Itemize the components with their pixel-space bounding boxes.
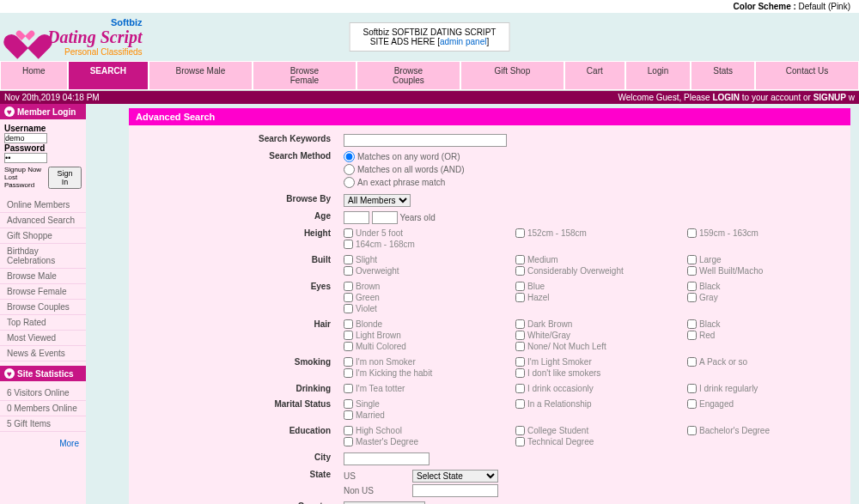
option-checkbox[interactable] <box>687 331 697 340</box>
option-checkbox[interactable] <box>515 399 525 409</box>
option-checkbox[interactable] <box>515 282 525 291</box>
option-checkbox[interactable] <box>515 266 525 276</box>
method-or-radio[interactable] <box>344 151 355 162</box>
sidebar-birthday[interactable]: Birthday Celebrations <box>0 244 86 269</box>
option-checkbox[interactable] <box>344 319 353 329</box>
option-checkbox[interactable] <box>344 266 353 276</box>
option-checkbox[interactable] <box>344 357 353 367</box>
nav-browse-male[interactable]: Browse Male <box>149 61 253 90</box>
password-input[interactable] <box>4 153 47 163</box>
option-checkbox[interactable] <box>515 293 525 302</box>
checkbox-option: Engaged <box>687 399 842 409</box>
option-checkbox[interactable] <box>344 342 353 351</box>
option-checkbox[interactable] <box>687 266 697 276</box>
signup-now-link[interactable]: Signup Now <box>4 166 48 173</box>
logo-sub: Personal Classifieds <box>47 47 143 57</box>
sidebar-browse-couples[interactable]: Browse Couples <box>0 300 86 315</box>
height-label: Height <box>137 228 344 238</box>
main-nav: Home SEARCH Browse Male Browse Female Br… <box>0 61 859 91</box>
sidebar-advanced-search[interactable]: Advanced Search <box>0 213 86 228</box>
checkbox-option: Married <box>344 410 498 420</box>
nav-login[interactable]: Login <box>625 61 691 90</box>
option-checkbox[interactable] <box>687 228 697 238</box>
signup-link[interactable]: SIGNUP <box>813 93 846 102</box>
option-checkbox[interactable] <box>344 282 353 291</box>
browseby-select[interactable]: All Members <box>344 194 411 207</box>
option-checkbox[interactable] <box>344 426 353 435</box>
logo[interactable]: Softbiz Dating Script Personal Classifie… <box>13 17 143 57</box>
status-welcome: Welcome Guest, Please LOGIN to your acco… <box>618 93 856 102</box>
nav-browse-female[interactable]: Browse Female <box>253 61 356 90</box>
nav-gift-shop[interactable]: Gift Shop <box>460 61 564 90</box>
sidebar-online-members[interactable]: Online Members <box>0 197 86 213</box>
nav-home[interactable]: Home <box>0 61 68 90</box>
age-from-input[interactable] <box>344 211 369 224</box>
checkbox-option: Red <box>687 331 842 340</box>
option-checkbox[interactable] <box>344 368 353 378</box>
option-checkbox[interactable] <box>344 399 353 409</box>
option-checkbox[interactable] <box>515 319 525 329</box>
more-link[interactable]: More <box>0 436 86 451</box>
option-checkbox[interactable] <box>515 437 525 446</box>
option-checkbox[interactable] <box>344 304 353 313</box>
option-checkbox[interactable] <box>515 331 525 340</box>
admin-panel-link[interactable]: admin panel <box>440 37 486 46</box>
option-checkbox[interactable] <box>344 240 353 249</box>
login-link[interactable]: LOGIN <box>712 93 740 102</box>
username-input[interactable] <box>4 133 47 143</box>
nav-browse-couples[interactable]: Browse Couples <box>356 61 460 90</box>
option-checkbox[interactable] <box>687 357 697 367</box>
sidebar-browse-female[interactable]: Browse Female <box>0 284 86 300</box>
nav-contact[interactable]: Contact Us <box>755 61 859 90</box>
nav-search[interactable]: SEARCH <box>68 61 149 90</box>
option-checkbox[interactable] <box>515 357 525 367</box>
option-checkbox[interactable] <box>344 293 353 302</box>
method-label: Search Method <box>137 151 344 161</box>
sidebar-news-events[interactable]: News & Events <box>0 346 86 361</box>
signin-button[interactable]: Sign In <box>48 167 82 189</box>
state-select[interactable]: Select State <box>412 470 498 483</box>
option-checkbox[interactable] <box>687 293 697 302</box>
option-checkbox[interactable] <box>515 368 525 378</box>
method-and-radio[interactable] <box>344 164 355 175</box>
state-nonus-input[interactable] <box>412 484 498 497</box>
sidebar-most-viewed[interactable]: Most Viewed <box>0 331 86 346</box>
option-checkbox[interactable] <box>515 426 525 435</box>
keywords-input[interactable] <box>344 134 507 147</box>
education-label: Education <box>137 426 344 435</box>
option-checkbox[interactable] <box>687 255 697 264</box>
city-label: City <box>137 452 344 462</box>
checkbox-option: Black <box>687 282 842 291</box>
heart-icon <box>13 24 43 50</box>
option-checkbox[interactable] <box>515 255 525 264</box>
method-exact-radio[interactable] <box>344 177 355 188</box>
option-checkbox[interactable] <box>344 228 353 238</box>
option-checkbox[interactable] <box>344 331 353 340</box>
option-checkbox[interactable] <box>687 399 697 409</box>
checkbox-option: Slight <box>344 255 498 264</box>
city-input[interactable] <box>344 452 430 465</box>
option-checkbox[interactable] <box>515 384 525 393</box>
option-checkbox[interactable] <box>344 384 353 393</box>
sidebar-gift-shoppe[interactable]: Gift Shoppe <box>0 228 86 244</box>
option-checkbox[interactable] <box>687 384 697 393</box>
sidebar-browse-male[interactable]: Browse Male <box>0 269 86 284</box>
search-form: Search Keywords Search Method Matches on… <box>129 125 850 504</box>
checkbox-option: Under 5 foot <box>344 228 498 238</box>
option-checkbox[interactable] <box>687 319 697 329</box>
option-checkbox[interactable] <box>344 255 353 264</box>
nav-cart[interactable]: Cart <box>564 61 625 90</box>
lost-password-link[interactable]: Lost Password <box>4 173 48 189</box>
sidebar-top-rated[interactable]: Top Rated <box>0 315 86 331</box>
option-checkbox[interactable] <box>344 410 353 420</box>
option-checkbox[interactable] <box>515 228 525 238</box>
option-checkbox[interactable] <box>344 437 353 446</box>
option-checkbox[interactable] <box>515 342 525 351</box>
side-links: Online Members Advanced Search Gift Shop… <box>0 193 86 366</box>
color-scheme-value[interactable]: Default (Pink) <box>798 2 850 11</box>
option-checkbox[interactable] <box>687 282 697 291</box>
option-checkbox[interactable] <box>687 426 697 435</box>
nav-stats[interactable]: Stats <box>691 61 755 90</box>
checkbox-option: None/ Not Much Left <box>515 342 670 351</box>
age-to-input[interactable] <box>372 211 398 224</box>
